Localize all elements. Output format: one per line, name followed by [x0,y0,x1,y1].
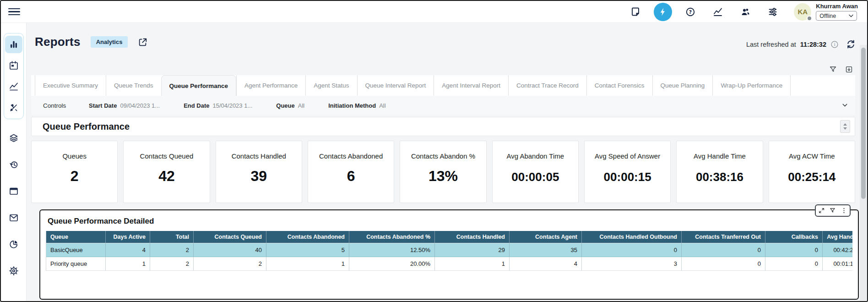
history-icon [8,159,19,170]
tab-executive-summary[interactable]: Executive Summary [35,75,106,96]
column-header[interactable]: Days Active [106,231,150,243]
filter-end-date[interactable]: End Date 15/04/2023 1... [184,102,252,109]
app-window: ? KA Khurram Awan Offline [0,0,868,302]
kebab-menu-icon[interactable] [841,207,847,214]
sidebar-item-metrics[interactable] [5,78,22,95]
kpi-card-contacts-abandoned: Contacts Abandoned 6 [308,141,394,203]
bar-chart-icon [8,39,19,50]
column-header[interactable]: Avg Handl. [823,231,852,243]
tab-queue-planning[interactable]: Queue Planning [652,75,713,96]
status-select[interactable]: Offline [816,11,857,21]
kpi-card-contacts-handled: Contacts Handled 39 [216,141,302,203]
tab-agent-performance[interactable]: Agent Performance [236,75,305,96]
controls-row: Controls Start Date 09/04/2023 1... End … [31,96,855,115]
sidebar-analytics-group [4,33,24,119]
column-header[interactable]: Contacts Handled [435,231,510,243]
user-name: Khurram Awan [816,3,858,10]
hamburger-menu-icon[interactable] [8,6,20,18]
sidebar-item-window[interactable] [5,182,22,200]
column-header[interactable]: Contacts Abandoned % [349,231,435,243]
kpi-card-contacts-abandon-pct: Contacts Abandon % 13% [400,141,486,203]
sidebar-item-layers[interactable] [5,129,22,147]
help-icon[interactable]: ? [681,3,700,21]
sidebar-item-customize[interactable] [5,99,22,116]
column-header[interactable]: Contacts Queued [194,231,266,243]
expand-icon[interactable] [818,207,825,214]
column-header[interactable]: Callbacks [765,231,823,243]
column-header[interactable]: Contacts Agent [510,231,582,243]
column-header[interactable]: Contacts Tranferred Out [682,231,765,243]
column-header[interactable]: Contacts Handled Outbound [582,231,682,243]
section-title: Queue Performance [43,121,130,132]
status-select-value: Offline [819,13,836,19]
page-head: Reports Analytics [35,35,148,49]
status-dot [807,16,812,21]
topbar: ? KA Khurram Awan Offline [1,1,867,23]
kpi-card-avg-acw-time: Avg ACW Time 00:25:14 [769,141,855,203]
queue-performance-detailed-panel: Queue Performance Detailed Queue Days Ac… [39,209,859,300]
filter-start-date[interactable]: Start Date 09/04/2023 1... [89,102,160,109]
customize-brush-icon [8,102,19,113]
filter-icon[interactable] [829,65,837,74]
chevron-down-icon [849,14,853,17]
spinner-up-icon [843,123,847,126]
info-icon[interactable]: i [830,40,839,49]
page-scrollbar[interactable] [860,45,867,301]
queue-performance-table: Queue Days Active Total Contacts Queued … [46,231,852,271]
mail-icon [8,212,19,223]
sidebar-item-reports[interactable] [5,36,22,53]
sidebar-lower-group [5,129,23,280]
column-header[interactable]: Total [150,231,194,243]
note-icon[interactable] [626,3,645,21]
scrollbar-thumb[interactable] [861,48,866,199]
sidebar-item-history[interactable] [5,156,22,173]
report-tabs: Executive Summary Queue Trends Queue Per… [31,75,855,96]
lightning-icon[interactable] [654,3,672,21]
page-title: Reports [35,35,81,49]
tab-contract-trace-record[interactable]: Contract Trace Record [508,75,586,96]
avatar[interactable]: KA [794,3,811,21]
tab-wrap-up-performance[interactable]: Wrap-Up Performance [712,75,791,96]
sidebar-item-mail[interactable] [5,209,22,226]
download-icon[interactable] [845,65,853,74]
filter-initiation-method[interactable]: Initiation Method All [328,102,385,109]
filter-queue[interactable]: Queue All [276,102,304,109]
sidebar-item-pie-chart[interactable] [5,236,22,253]
tab-contact-forensics[interactable]: Contact Forensics [586,75,652,96]
sliders-icon[interactable] [764,3,782,21]
tab-agent-status[interactable]: Agent Status [305,75,357,96]
column-header[interactable]: Contacts Abandoned [266,231,349,243]
controls-collapse-chevron-icon[interactable] [841,101,849,111]
user-block: Khurram Awan Offline [816,3,858,21]
line-chart-icon [8,81,19,92]
svg-text:i: i [834,42,835,47]
refresh-area: Last refreshed at 11:28:32 i [746,40,839,49]
window-icon [8,186,19,197]
table-row-basicqueue[interactable]: BasicQueue 4 2 40 5 12.50% 29 35 0 0 0 0… [46,243,852,257]
external-link-icon[interactable] [138,37,148,47]
tab-queue-trends[interactable]: Queue Trends [106,75,161,96]
line-chart-icon[interactable] [709,3,727,21]
last-refreshed-time: 11:28:32 [800,41,826,48]
column-header[interactable]: Queue [46,231,106,243]
last-refreshed-label: Last refreshed at [746,41,796,48]
sidebar-item-calendar[interactable] [5,57,22,74]
users-icon[interactable] [736,3,754,21]
controls-label: Controls [43,102,89,109]
section-header: Queue Performance [31,117,855,136]
sidebar-item-settings[interactable] [5,262,22,280]
kpi-row: Queues 2 Contacts Queued 42 Contacts Han… [31,141,855,203]
section-spinner[interactable] [840,120,850,133]
table-row-priority-queue[interactable]: Priority queue 1 2 2 1 20.00% 1 4 3 0 0 … [46,257,852,271]
kpi-card-contacts-queued: Contacts Queued 42 [123,141,210,203]
panel-title: Queue Performance Detailed [48,217,852,226]
refresh-icon[interactable] [846,39,856,51]
calendar-icon [8,60,19,71]
svg-text:?: ? [689,9,692,15]
layers-icon [8,132,19,143]
filter-icon[interactable] [829,207,836,214]
tab-queue-interval-report[interactable]: Queue Interval Report [357,75,434,96]
tab-queue-performance[interactable]: Queue Performance [161,75,236,96]
spinner-down-icon [843,127,847,130]
tab-agent-interval-report[interactable]: Agent Interval Report [434,75,508,96]
